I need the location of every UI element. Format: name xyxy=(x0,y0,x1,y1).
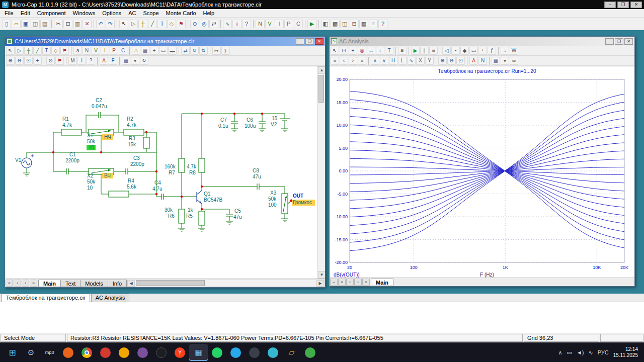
display-dropdown-icon[interactable]: ▾ xyxy=(501,57,509,65)
component-panel-icon[interactable]: ≡ xyxy=(369,20,378,28)
run-icon[interactable]: ▶ xyxy=(411,47,420,55)
next-cursor-icon[interactable]: › xyxy=(349,57,357,65)
node-voltages-icon[interactable]: V xyxy=(265,20,274,28)
R4-ref[interactable]: R4 xyxy=(128,178,134,184)
start-icon[interactable]: ⊞ xyxy=(3,344,22,361)
low-icon[interactable]: L xyxy=(398,57,407,65)
menu-component[interactable]: Component xyxy=(34,10,69,17)
currents-icon[interactable]: I xyxy=(275,20,284,28)
C1-ref[interactable]: C1 xyxy=(69,152,76,157)
doc-tab-1[interactable]: AC Analysis xyxy=(91,294,130,302)
horizontal-tag-icon[interactable]: ↔ xyxy=(367,47,375,55)
next-tab-icon[interactable]: › xyxy=(354,279,362,286)
diagonal-wire-mode-icon[interactable]: ╱ xyxy=(148,20,157,28)
schematic-canvas[interactable]: V1 C2 0.047u R1 4.7k X1 50k 10 НЧ R2 4.7… xyxy=(5,66,317,279)
graphics-mode-icon[interactable]: ◇ xyxy=(51,47,60,55)
help-icon[interactable]: ? xyxy=(87,57,95,65)
node-numbers-icon[interactable]: N xyxy=(83,47,91,55)
node-voltages-icon[interactable]: V xyxy=(92,47,100,55)
pause-icon[interactable]: ∥ xyxy=(420,47,429,55)
C5-ref[interactable]: C5 xyxy=(234,208,241,214)
properties-icon[interactable]: ≡ xyxy=(398,47,407,55)
zoom-out-icon[interactable]: ⊖ xyxy=(447,57,456,65)
flag-mode-icon[interactable]: ⚑ xyxy=(60,47,69,55)
zoom-fit-icon[interactable]: ⊡ xyxy=(456,57,465,65)
edge-icon[interactable] xyxy=(264,344,282,361)
new-file-icon[interactable]: ▯ xyxy=(2,20,11,28)
split-window-icon[interactable]: ▦ xyxy=(359,20,368,28)
bass-label[interactable]: НЧ xyxy=(104,134,111,140)
help-mode-icon[interactable]: ? xyxy=(242,20,251,28)
rotate-icon[interactable]: ↻ xyxy=(190,47,199,55)
out-node-label[interactable]: OUT xyxy=(293,193,303,199)
zoom-in-icon[interactable]: ⊕ xyxy=(6,57,15,65)
R8-value[interactable]: 4.7k xyxy=(187,164,197,169)
C3-value[interactable]: 2200p xyxy=(130,161,144,167)
power-icon[interactable]: P xyxy=(284,20,293,28)
high-icon[interactable]: H xyxy=(389,57,397,65)
info-mode-icon[interactable]: i xyxy=(232,20,242,28)
node-numbers-icon[interactable]: N xyxy=(256,20,265,28)
reduce-data-icon[interactable]: ◁ xyxy=(442,47,451,55)
title-block-icon[interactable]: ▬ xyxy=(168,47,177,55)
schematic-window-titlebar[interactable]: ▦ C:\Users\37529\Downloads\MC11\DATA\Тем… xyxy=(5,37,325,46)
pan-icon[interactable]: + xyxy=(33,57,42,65)
C4-value[interactable]: 4.7u xyxy=(152,186,162,192)
point-tag-icon[interactable]: ◎ xyxy=(358,47,366,55)
wire-mode-icon[interactable]: ┼ xyxy=(24,47,33,55)
copy-icon[interactable]: ⊡ xyxy=(63,20,72,28)
cursor-mode-icon[interactable]: + xyxy=(349,47,357,55)
V1-symbol[interactable] xyxy=(22,154,34,168)
calculator-icon[interactable]: ∑ xyxy=(221,47,230,55)
close-icon[interactable]: ✕ xyxy=(624,38,633,45)
conditions-icon[interactable]: C xyxy=(119,47,127,55)
color-palette-icon[interactable]: A xyxy=(100,57,108,65)
mp3-player-icon[interactable]: mp3 xyxy=(40,344,59,361)
color-palette-icon[interactable]: A xyxy=(469,57,478,65)
find-icon[interactable]: ⊙ xyxy=(190,20,199,28)
language-indicator[interactable]: РУС xyxy=(598,349,609,355)
display-icon[interactable]: ▭ xyxy=(567,349,572,356)
file-explorer-icon[interactable]: ▱ xyxy=(282,344,301,361)
X3-setting[interactable]: 100 xyxy=(268,202,277,208)
border-toggle-icon[interactable]: ▭ xyxy=(159,47,168,55)
font-icon[interactable]: F xyxy=(109,57,117,65)
power-icon[interactable]: P xyxy=(110,47,118,55)
Q1-value[interactable]: BC547B xyxy=(204,197,223,203)
select-mode-icon[interactable]: ↖ xyxy=(331,47,339,55)
C2-ref[interactable]: C2 xyxy=(96,98,102,103)
restore-button[interactable]: ❐ xyxy=(615,38,623,45)
Q1-ref[interactable]: Q1 xyxy=(204,191,211,197)
green-app-icon[interactable] xyxy=(301,344,319,361)
point-to-point-icon[interactable]: ∿ xyxy=(223,20,232,28)
display-dropdown-icon[interactable]: ▾ xyxy=(131,57,139,65)
text-mode-icon[interactable]: T xyxy=(42,47,51,55)
R2-ref[interactable]: R2 xyxy=(127,116,133,122)
C8-value[interactable]: 47u xyxy=(253,174,261,179)
R5-ref[interactable]: R5 xyxy=(186,213,193,219)
first-cursor-icon[interactable]: « xyxy=(331,57,339,65)
vertical-scrollbar[interactable]: ▲ ▼ xyxy=(317,66,325,279)
print-preview-icon[interactable]: ◫ xyxy=(31,20,40,28)
prev-tab-icon[interactable]: ‹ xyxy=(346,279,354,286)
print-icon[interactable]: ▤ xyxy=(40,20,49,28)
peak-icon[interactable]: ∧ xyxy=(371,57,379,65)
normalize-icon[interactable]: N xyxy=(478,57,487,65)
go-to-x-icon[interactable]: X xyxy=(416,57,425,65)
run-analysis-icon[interactable]: ▶ xyxy=(307,20,316,28)
text-mode-icon[interactable]: T xyxy=(385,47,393,55)
tab-0[interactable]: Main xyxy=(371,279,393,286)
V1-ref[interactable]: V1 xyxy=(15,157,22,163)
redo-icon[interactable]: ↷ xyxy=(106,20,115,28)
open-file-icon[interactable]: ▱ xyxy=(12,20,21,28)
select-mode-icon[interactable]: ↖ xyxy=(119,20,128,28)
menu-file[interactable]: File xyxy=(1,10,17,17)
prev-cursor-icon[interactable]: ‹ xyxy=(340,57,348,65)
close-button[interactable]: ✕ xyxy=(630,2,642,8)
pin-connections-icon[interactable]: ⚠ xyxy=(132,47,140,55)
chrome-icon[interactable] xyxy=(77,344,96,361)
attribute-text-icon[interactable]: a xyxy=(73,47,82,55)
component-mode-icon[interactable]: ▷ xyxy=(129,20,138,28)
volume-icon[interactable]: ◄) xyxy=(577,349,584,355)
data-points-icon[interactable]: • xyxy=(451,47,460,55)
